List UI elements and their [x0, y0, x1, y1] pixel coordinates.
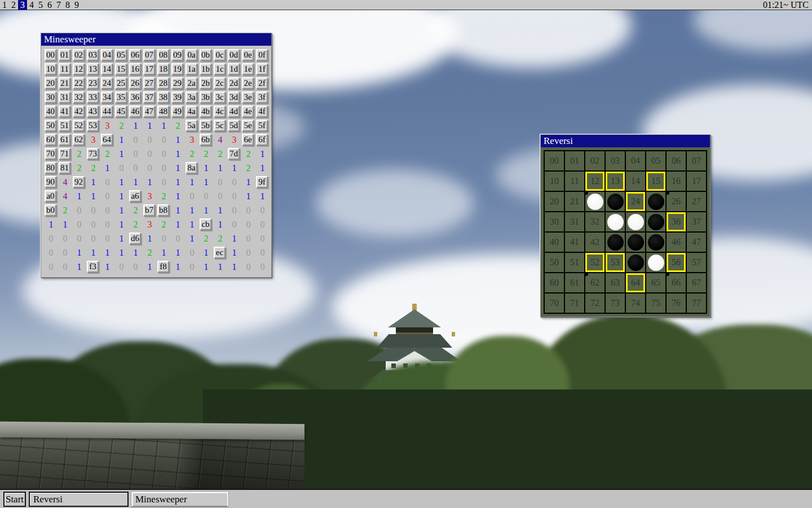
reversi-cell-53[interactable]: 53	[606, 253, 625, 272]
minesweeper-cell-button-17[interactable]: 17	[143, 63, 155, 75]
minesweeper-cell-button-2a[interactable]: 2a	[186, 77, 197, 89]
minesweeper-cell-button-5b[interactable]: 5b	[200, 120, 211, 132]
reversi-cell-07[interactable]: 07	[687, 151, 706, 170]
minesweeper-cell-button-10[interactable]: 10	[45, 63, 56, 75]
minesweeper-cell-button-45[interactable]: 45	[115, 106, 127, 117]
reversi-cell-41[interactable]: 41	[565, 233, 584, 252]
minesweeper-cell-button-6e[interactable]: 6e	[242, 134, 254, 146]
reversi-cell-21[interactable]: 21	[565, 192, 584, 211]
reversi-cell-61[interactable]: 61	[565, 273, 584, 292]
minesweeper-cell-button-12[interactable]: 12	[73, 63, 85, 75]
minesweeper-cell-button-40[interactable]: 40	[45, 106, 56, 117]
minesweeper-cell-button-3d[interactable]: 3d	[228, 91, 240, 103]
reversi-cell-31[interactable]: 31	[565, 212, 584, 231]
minesweeper-cell-button-50[interactable]: 50	[45, 120, 56, 132]
minesweeper-cell-button-3e[interactable]: 3e	[242, 91, 254, 103]
minesweeper-cell-button-6f[interactable]: 6f	[256, 134, 268, 146]
minesweeper-cell-button-24[interactable]: 24	[101, 77, 113, 89]
reversi-cell-40[interactable]: 40	[545, 233, 564, 252]
minesweeper-cell-button-b0[interactable]: b0	[45, 204, 56, 216]
reversi-cell-02[interactable]: 02	[585, 151, 604, 170]
reversi-cell-04[interactable]: 04	[626, 151, 645, 170]
minesweeper-cell-button-0c[interactable]: 0c	[214, 49, 226, 61]
minesweeper-cell-button-4f[interactable]: 4f	[256, 106, 268, 117]
minesweeper-cell-button-05[interactable]: 05	[115, 49, 127, 61]
minesweeper-cell-button-b7[interactable]: b7	[143, 204, 155, 216]
minesweeper-cell-button-70[interactable]: 70	[45, 148, 56, 160]
minesweeper-cell-button-4d[interactable]: 4d	[228, 106, 240, 117]
minesweeper-cell-button-5a[interactable]: 5a	[186, 120, 197, 132]
minesweeper-cell-button-49[interactable]: 49	[171, 106, 183, 117]
minesweeper-cell-button-1b[interactable]: 1b	[200, 63, 211, 75]
minesweeper-cell-button-3f[interactable]: 3f	[256, 91, 268, 103]
reversi-cell-33[interactable]	[606, 212, 625, 231]
reversi-cell-76[interactable]: 76	[667, 294, 686, 313]
minesweeper-cell-button-25[interactable]: 25	[115, 77, 127, 89]
minesweeper-cell-button-90[interactable]: 90	[45, 176, 56, 188]
minesweeper-cell-button-2b[interactable]: 2b	[200, 77, 211, 89]
reversi-cell-72[interactable]: 72	[585, 294, 604, 313]
minesweeper-cell-button-34[interactable]: 34	[101, 91, 113, 103]
reversi-cell-50[interactable]: 50	[545, 253, 564, 272]
start-button[interactable]: Start	[3, 492, 26, 507]
minesweeper-cell-button-30[interactable]: 30	[45, 91, 56, 103]
minesweeper-cell-button-0f[interactable]: 0f	[256, 49, 268, 61]
reversi-cell-15[interactable]: 15	[646, 172, 665, 191]
reversi-cell-62[interactable]: 62	[585, 273, 604, 292]
minesweeper-cell-button-64[interactable]: 64	[101, 134, 113, 146]
minesweeper-cell-button-2e[interactable]: 2e	[242, 77, 254, 89]
reversi-cell-26[interactable]: 26	[667, 192, 686, 211]
reversi-cell-71[interactable]: 71	[565, 294, 584, 313]
workspace-5[interactable]: 5	[36, 0, 45, 10]
minesweeper-cell-button-80[interactable]: 80	[45, 162, 56, 174]
reversi-cell-42[interactable]: 42	[585, 233, 604, 252]
minesweeper-cell-button-2c[interactable]: 2c	[214, 77, 226, 89]
reversi-cell-57[interactable]: 57	[687, 253, 706, 272]
workspace-8[interactable]: 8	[63, 0, 72, 10]
minesweeper-cell-button-a6[interactable]: a6	[129, 190, 141, 202]
reversi-cell-00[interactable]: 00	[545, 151, 564, 170]
taskbar-item-minesweeper[interactable]: Minesweeper	[131, 492, 228, 507]
minesweeper-cell-button-26[interactable]: 26	[129, 77, 141, 89]
minesweeper-cell-button-5f[interactable]: 5f	[256, 120, 268, 132]
minesweeper-cell-button-0e[interactable]: 0e	[242, 49, 254, 61]
minesweeper-cell-button-5e[interactable]: 5e	[242, 120, 254, 132]
minesweeper-cell-button-39[interactable]: 39	[171, 91, 183, 103]
minesweeper-cell-button-29[interactable]: 29	[171, 77, 183, 89]
minesweeper-cell-button-36[interactable]: 36	[129, 91, 141, 103]
reversi-cell-01[interactable]: 01	[565, 151, 584, 170]
minesweeper-cell-button-4e[interactable]: 4e	[242, 106, 254, 117]
minesweeper-cell-button-9f[interactable]: 9f	[256, 176, 268, 188]
reversi-cell-23[interactable]	[606, 192, 625, 211]
minesweeper-cell-button-4b[interactable]: 4b	[200, 106, 211, 117]
minesweeper-cell-button-1a[interactable]: 1a	[186, 63, 197, 75]
minesweeper-cell-button-15[interactable]: 15	[115, 63, 127, 75]
minesweeper-cell-button-8a[interactable]: 8a	[186, 162, 197, 174]
minesweeper-cell-button-81[interactable]: 81	[59, 162, 70, 174]
minesweeper-cell-button-2f[interactable]: 2f	[256, 77, 268, 89]
minesweeper-cell-button-b8[interactable]: b8	[157, 204, 169, 216]
reversi-cell-44[interactable]	[626, 233, 645, 252]
minesweeper-cell-button-ec[interactable]: ec	[214, 247, 226, 259]
minesweeper-cell-button-01[interactable]: 01	[59, 49, 70, 61]
minesweeper-cell-button-21[interactable]: 21	[59, 77, 70, 89]
reversi-cell-25[interactable]	[646, 192, 665, 211]
minesweeper-cell-button-7d[interactable]: 7d	[228, 148, 240, 160]
reversi-cell-64[interactable]: 64	[626, 273, 645, 292]
minesweeper-cell-button-27[interactable]: 27	[143, 77, 155, 89]
workspace-3[interactable]: 3	[18, 0, 27, 10]
reversi-cell-54[interactable]	[626, 253, 645, 272]
reversi-cell-46[interactable]: 46	[667, 233, 686, 252]
minesweeper-cell-button-1e[interactable]: 1e	[242, 63, 254, 75]
workspace-2[interactable]: 2	[9, 0, 18, 10]
minesweeper-cell-button-71[interactable]: 71	[59, 148, 70, 160]
minesweeper-cell-button-53[interactable]: 53	[87, 120, 99, 132]
reversi-cell-14[interactable]: 14	[626, 172, 645, 191]
reversi-cell-27[interactable]: 27	[687, 192, 706, 211]
minesweeper-cell-button-6b[interactable]: 6b	[200, 134, 211, 146]
minesweeper-cell-button-60[interactable]: 60	[45, 134, 56, 146]
minesweeper-cell-button-28[interactable]: 28	[157, 77, 169, 89]
reversi-cell-20[interactable]: 20	[545, 192, 564, 211]
reversi-cell-32[interactable]: 32	[585, 212, 604, 231]
minesweeper-cell-button-2d[interactable]: 2d	[228, 77, 240, 89]
